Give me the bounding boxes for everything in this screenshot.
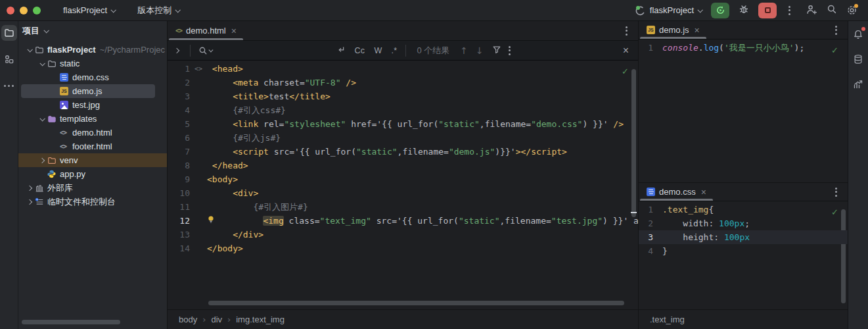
tree-item-footer.html[interactable]: <>footer.html — [18, 139, 167, 153]
tree-item-app.py[interactable]: app.py — [18, 167, 167, 181]
stop-button[interactable] — [758, 3, 777, 18]
editor-options-menu[interactable] — [833, 23, 840, 38]
close-search-icon[interactable]: × — [623, 45, 629, 57]
minimize-window-button[interactable] — [20, 7, 28, 14]
editor-gutter[interactable]: 2 — [168, 76, 207, 89]
collapse-chevron-icon[interactable] — [37, 62, 47, 66]
search-mode-button[interactable] — [194, 46, 216, 55]
search-options-menu[interactable] — [506, 43, 513, 58]
zoom-window-button[interactable] — [33, 7, 41, 14]
tree-item-templates[interactable]: templates — [18, 112, 167, 126]
collapse-chevron-icon[interactable] — [24, 48, 35, 52]
close-icon[interactable]: × — [693, 26, 701, 35]
project-tool-button[interactable] — [1, 25, 17, 41]
editor-gutter[interactable]: 2 — [639, 216, 662, 230]
more-tool-windows-button[interactable] — [1, 78, 17, 93]
project-panel-header[interactable]: 项目 — [18, 21, 167, 41]
tree-item-static[interactable]: static — [18, 57, 167, 70]
gutter-icon-slot — [190, 117, 207, 131]
close-icon[interactable]: × — [700, 188, 708, 197]
tab-demo-css[interactable]: demo.css × — [639, 183, 714, 201]
editor-gutter[interactable]: 10 — [168, 186, 207, 200]
code-line: 1.text_img{ — [639, 203, 848, 216]
editor-gutter[interactable]: 11 — [168, 200, 207, 214]
editor-horizontal-scrollbar[interactable] — [208, 301, 624, 305]
settings-button[interactable] — [846, 5, 857, 16]
project-panel: 项目 flaskProject~/PycharmProjecstaticdemo… — [18, 21, 168, 329]
editor-gutter[interactable]: 1<> — [168, 62, 207, 76]
debug-button[interactable] — [739, 4, 749, 16]
gutter-icon-slot — [190, 103, 207, 117]
editor-gutter[interactable]: 1 — [639, 41, 662, 55]
tree-item-demo.css[interactable]: demo.css — [18, 70, 167, 84]
editor-gutter[interactable]: 6 — [168, 131, 207, 145]
collapse-chevron-icon[interactable] — [37, 117, 47, 121]
tree-item-demo.html[interactable]: <>demo.html — [18, 126, 167, 139]
code-with-me-button[interactable] — [806, 4, 817, 17]
editor-gutter[interactable]: 8 — [168, 159, 207, 172]
editor-options-menu[interactable] — [833, 185, 840, 199]
tree-item-demo.js[interactable]: JSdemo.js — [18, 84, 167, 98]
project-menu-label: flaskProject — [63, 5, 107, 15]
editor-options-menu[interactable] — [623, 24, 630, 38]
previous-occurrence-button[interactable]: ↑ — [456, 45, 472, 56]
database-tool-button[interactable] — [850, 51, 866, 67]
editor-gutter[interactable]: 1 — [639, 203, 662, 216]
match-case-button[interactable]: Cc — [350, 46, 370, 55]
editor-gutter[interactable]: 14 — [168, 241, 207, 255]
expand-chevron-icon[interactable] — [24, 200, 35, 204]
code-token: ,filename= — [398, 147, 449, 157]
add-user-icon — [806, 4, 817, 15]
expand-find-icon[interactable] — [168, 49, 186, 53]
tree-item-外部库[interactable]: 外部库 — [18, 181, 167, 195]
editor-gutter[interactable]: 3 — [639, 230, 662, 244]
regex-button[interactable]: .* — [387, 46, 402, 55]
intention-bulb-icon[interactable] — [207, 215, 216, 224]
rerun-button[interactable] — [711, 3, 729, 18]
newline-button[interactable] — [332, 45, 350, 56]
run-configuration-selector[interactable]: flaskProject — [635, 5, 702, 16]
tab-demo-js[interactable]: JS demo.js × — [639, 21, 708, 39]
next-occurrence-button[interactable]: ↓ — [472, 45, 488, 56]
code-text: </div> — [207, 228, 638, 241]
close-window-button[interactable] — [7, 7, 14, 14]
tree-item-flaskProject[interactable]: flaskProject~/PycharmProjec — [18, 43, 167, 57]
tree-item-临时文件和控制台[interactable]: 临时文件和控制台 — [18, 195, 167, 209]
line-number: 3 — [639, 230, 653, 244]
js-code-area[interactable]: ✓ 1console.log('我是一只小小鸟'); — [639, 39, 848, 182]
project-horizontal-scrollbar[interactable] — [22, 320, 120, 324]
code-token: "test.jpg" — [551, 216, 603, 226]
editor-gutter[interactable]: 7 — [168, 145, 207, 159]
project-menu[interactable]: flaskProject — [63, 5, 115, 15]
expand-chevron-icon[interactable] — [37, 159, 47, 163]
profiler-tool-button[interactable] — [850, 76, 866, 92]
breadcrumb-item[interactable]: img.text_img — [236, 315, 285, 324]
editor-gutter[interactable]: 13 — [168, 228, 207, 241]
editor-gutter[interactable]: 3 — [168, 89, 207, 103]
tree-item-test.jpg[interactable]: test.jpg — [18, 98, 167, 112]
css-code-area[interactable]: ✓ 1.text_img{2 width: 100px;3 height: 10… — [639, 201, 848, 309]
filter-icon — [492, 45, 501, 54]
tab-demo-html[interactable]: <> demo.html × — [168, 21, 244, 40]
search-input[interactable] — [216, 45, 332, 55]
editor-gutter[interactable]: 12 — [168, 214, 207, 228]
close-icon[interactable]: × — [230, 26, 238, 36]
vcs-menu[interactable]: 版本控制 — [137, 5, 179, 16]
editor-gutter[interactable]: 4 — [168, 103, 207, 117]
expand-chevron-icon[interactable] — [24, 186, 35, 190]
breadcrumb-item[interactable]: div — [211, 315, 222, 324]
filter-search-button[interactable] — [488, 45, 506, 56]
structure-tool-button[interactable] — [1, 51, 17, 67]
words-button[interactable]: W — [369, 46, 386, 55]
main-code-area[interactable]: ✓ 1<> <head>2 <meta charset="UTF-8" />3 … — [168, 61, 638, 309]
more-actions-menu[interactable] — [786, 3, 793, 18]
breadcrumb-item[interactable]: body — [179, 315, 197, 324]
notifications-button[interactable] — [850, 26, 866, 42]
search-everywhere-button[interactable] — [827, 4, 837, 16]
chevron-down-icon — [111, 7, 116, 13]
breadcrumb-item[interactable]: .text_img — [650, 315, 685, 324]
tree-item-venv[interactable]: venv — [18, 153, 167, 167]
editor-gutter[interactable]: 5 — [168, 117, 207, 131]
editor-gutter[interactable]: 4 — [639, 244, 662, 258]
editor-gutter[interactable]: 9 — [168, 172, 207, 186]
